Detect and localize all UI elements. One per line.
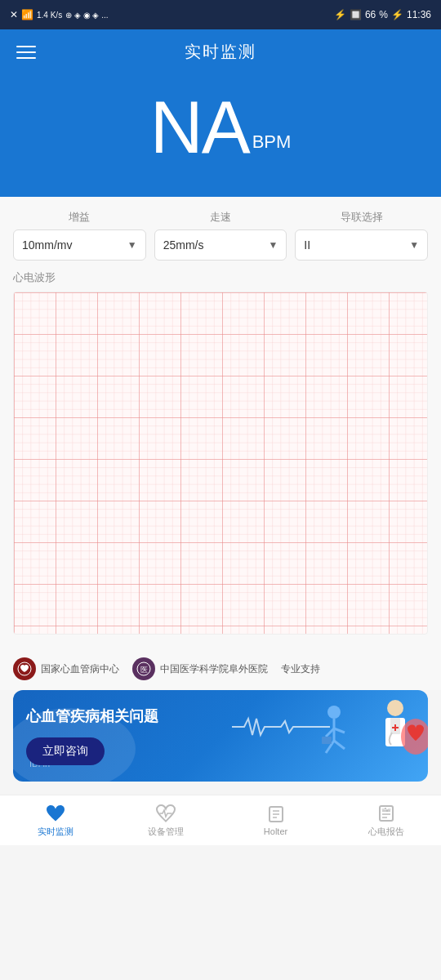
banner-figure-decoration xyxy=(297,692,428,782)
signal-icon: ✕ xyxy=(10,9,18,20)
sponsor-support-text: 专业支持 xyxy=(281,662,320,676)
report-icon xyxy=(376,804,396,823)
svg-rect-11 xyxy=(322,737,332,744)
hamburger-menu[interactable] xyxy=(16,46,36,59)
speed-label: 走速 xyxy=(154,210,287,225)
svg-line-8 xyxy=(334,728,345,733)
nav-item-report[interactable]: 心电报告 xyxy=(331,795,441,845)
heart-badge-icon xyxy=(17,662,32,676)
device-icon xyxy=(156,804,176,823)
gain-control: 增益 10mm/mv ▼ xyxy=(13,210,146,261)
holter-icon xyxy=(266,804,286,824)
banner-section: 心血管疾病相关问题 立即咨询 IBI in xyxy=(13,690,428,782)
nav-item-device[interactable]: 设备管理 xyxy=(110,795,220,845)
gain-label: 增益 xyxy=(13,210,146,225)
speed-control: 走速 25mm/s ▼ xyxy=(154,210,287,261)
hamburger-line-3 xyxy=(16,57,36,59)
bottom-nav: 实时监测 设备管理 Holter xyxy=(0,795,441,845)
bluetooth-icon: ⚡ xyxy=(334,9,346,20)
app-icons: ⊕ ◈ ◉ ◈ ... xyxy=(65,11,108,20)
nav-item-realtime[interactable]: 实时监测 xyxy=(0,795,110,845)
heart-icon xyxy=(46,804,65,823)
charge-icon: ⚡ xyxy=(391,9,403,20)
nav-item-holter[interactable]: Holter xyxy=(220,795,331,845)
svg-line-10 xyxy=(334,741,345,749)
svg-rect-22 xyxy=(380,806,393,821)
nav-label-report: 心电报告 xyxy=(368,826,404,838)
hamburger-line-2 xyxy=(16,51,36,53)
sponsor-2-name: 中国医学科学院阜外医院 xyxy=(160,662,268,676)
battery-level: 66 xyxy=(365,9,376,20)
page-title: 实时监测 xyxy=(185,41,256,63)
sponsor-2-logo: 医 xyxy=(132,657,155,680)
bpm-section: NA BPM xyxy=(0,74,441,197)
wifi-icon: 📶 xyxy=(21,9,33,20)
ecg-section: 心电波形 xyxy=(0,261,441,648)
banner-title: 心血管疾病相关问题 xyxy=(26,706,415,726)
speed-select[interactable]: 25mm/s ▼ xyxy=(154,229,287,261)
speed-dropdown-arrow: ▼ xyxy=(268,239,278,251)
lead-dropdown-arrow: ▼ xyxy=(409,239,419,251)
ecg-grid xyxy=(14,292,427,634)
speed-value: 25mm/s xyxy=(163,238,204,252)
nav-label-realtime: 实时监测 xyxy=(38,826,74,838)
hospital-badge-icon: 医 xyxy=(136,662,151,676)
svg-text:医: 医 xyxy=(140,666,148,674)
lead-select[interactable]: II ▼ xyxy=(295,229,428,261)
gain-select[interactable]: 10mm/mv ▼ xyxy=(13,229,146,261)
status-bar: ✕ 📶 1.4 K/s ⊕ ◈ ◉ ◈ ... ⚡ 🔲 66% ⚡ 11:36 xyxy=(0,0,441,29)
hamburger-line-1 xyxy=(16,46,36,47)
lead-control: 导联选择 II ▼ xyxy=(295,210,428,261)
sponsor-1: 国家心血管病中心 xyxy=(13,657,119,680)
bpm-unit: BPM xyxy=(252,131,292,153)
status-left: ✕ 📶 1.4 K/s ⊕ ◈ ◉ ◈ ... xyxy=(10,9,109,20)
sponsor-2: 医 中国医学科学院阜外医院 xyxy=(132,657,268,680)
header: 实时监测 xyxy=(0,29,441,74)
lead-label: 导联选择 xyxy=(295,210,428,225)
signal-speed: 1.4 K/s xyxy=(37,11,62,20)
lead-value: II xyxy=(304,238,310,252)
gain-value: 10mm/mv xyxy=(22,238,72,252)
svg-rect-1 xyxy=(14,292,427,634)
gain-dropdown-arrow: ▼ xyxy=(127,239,137,251)
sponsor-1-name: 国家心血管病中心 xyxy=(41,662,119,676)
ecg-grid-container xyxy=(13,292,428,635)
time-display: 11:36 xyxy=(407,9,431,20)
nav-label-holter: Holter xyxy=(264,826,287,836)
sponsor-section: 国家心血管病中心 医 中国医学科学院阜外医院 专业支持 xyxy=(0,648,441,690)
nav-label-device: 设备管理 xyxy=(148,826,184,838)
sponsor-1-logo xyxy=(13,657,36,680)
consult-button[interactable]: 立即咨询 xyxy=(26,737,105,765)
bpm-value: NA xyxy=(150,91,249,164)
controls-section: 增益 10mm/mv ▼ 走速 25mm/s ▼ 导联选择 II ▼ xyxy=(0,197,441,261)
battery-icon: 🔲 xyxy=(350,9,362,20)
controls-row: 增益 10mm/mv ▼ 走速 25mm/s ▼ 导联选择 II ▼ xyxy=(13,210,428,261)
ecg-label: 心电波形 xyxy=(13,270,428,285)
status-right: ⚡ 🔲 66% ⚡ 11:36 xyxy=(334,9,431,20)
